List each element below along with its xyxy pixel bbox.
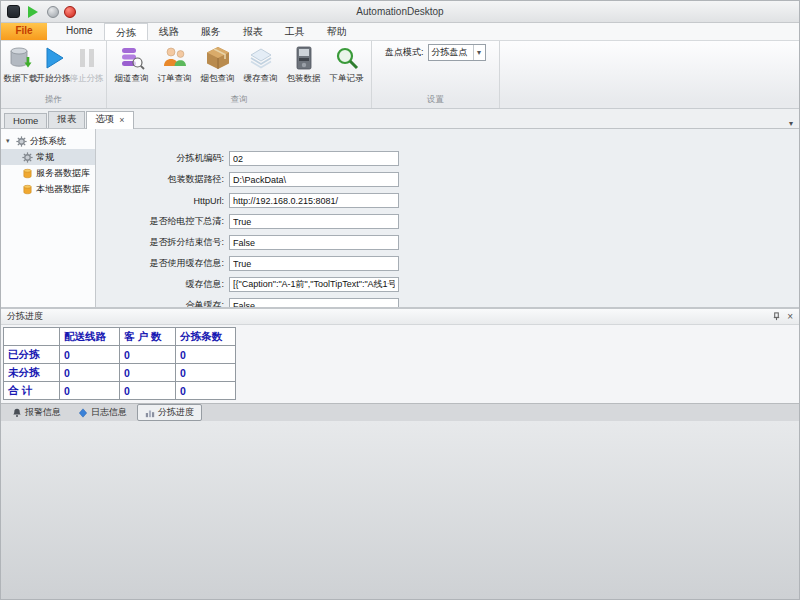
table-cell: 0: [60, 382, 120, 400]
order-record-label: 下单记录: [330, 73, 364, 85]
ribbon-tab-report[interactable]: 报表: [232, 23, 274, 40]
use-cache-info-input[interactable]: [229, 256, 399, 271]
cache-info-label: 缓存信息:: [112, 278, 224, 291]
bottom-tab-label: 日志信息: [91, 406, 127, 419]
settings-form: 分拣机编码:包装数据路径:HttpUrl:是否给电控下总清:是否拆分结束信号:是…: [96, 129, 799, 307]
ribbon: 数据下载开始分拣停止分拣操作烟道查询订单查询烟包查询缓存查询包装数据下单记录查询…: [1, 41, 799, 109]
ribbon-group-body: 盘点模式:分拣盘点▾: [372, 41, 499, 94]
progress-panel: 分拣进度 × 配送线路客 户 数分拣条数已分拣000未分拣000合 计000: [1, 307, 799, 403]
order-query-label: 订单查询: [158, 73, 192, 85]
doc-tab-report[interactable]: 报表: [48, 111, 85, 128]
table-header-cell: 客 户 数: [120, 328, 176, 346]
progress-icon: [145, 408, 155, 418]
table-header-cell: 分拣条数: [176, 328, 236, 346]
order-record-button[interactable]: 下单记录: [325, 44, 368, 85]
table-header-cell: [4, 328, 60, 346]
merge-order-cache-input[interactable]: [229, 298, 399, 307]
table-header-row: 配送线路客 户 数分拣条数: [4, 328, 236, 346]
chevron-down-icon[interactable]: ▾: [473, 45, 485, 60]
titlebar: AutomationDesktop: [1, 1, 799, 23]
tree-items: 常规服务器数据库本地器数据库: [1, 149, 95, 197]
data-download-button[interactable]: 数据下载: [4, 44, 37, 85]
bottom-tab-label: 分拣进度: [158, 406, 194, 419]
start-sorting-button[interactable]: 开始分拣: [37, 44, 70, 85]
ribbon-tab-bar: FileHome分拣线路服务报表工具帮助: [1, 23, 799, 41]
packing-data-button[interactable]: 包装数据: [282, 44, 325, 85]
form-row-http-url: HttpUrl:: [112, 193, 799, 208]
inventory-mode-select[interactable]: 分拣盘点▾: [428, 44, 486, 61]
window-title: AutomationDesktop: [1, 6, 799, 17]
ribbon-tab-service[interactable]: 服务: [190, 23, 232, 40]
database-icon: [22, 184, 33, 195]
use-cache-info-label: 是否使用缓存信息:: [112, 257, 224, 270]
table-row-label: 合 计: [4, 382, 60, 400]
send-total-to-plc-input[interactable]: [229, 214, 399, 229]
table-row: 未分拣000: [4, 364, 236, 382]
gear-icon: [16, 136, 27, 147]
doc-tab-options[interactable]: 选项×: [86, 111, 133, 129]
status-bar: [1, 421, 799, 599]
database-icon: [22, 168, 33, 179]
split-end-signal-input[interactable]: [229, 235, 399, 250]
cache-query-label: 缓存查询: [244, 73, 278, 85]
pack-data-path-label: 包装数据路径:: [112, 173, 224, 186]
machine-icon: [291, 45, 317, 71]
tree-item-server-database[interactable]: 服务器数据库: [1, 165, 95, 181]
group-caption: 设置: [372, 94, 499, 108]
close-icon[interactable]: ×: [787, 312, 793, 321]
ribbon-tab-home[interactable]: Home: [55, 23, 104, 40]
play-icon: [41, 45, 67, 71]
lane-query-button[interactable]: 烟道查询: [110, 44, 153, 85]
progress-table: 配送线路客 户 数分拣条数已分拣000未分拣000合 计000: [3, 327, 236, 400]
ribbon-tab-tools[interactable]: 工具: [274, 23, 316, 40]
http-url-label: HttpUrl:: [112, 196, 224, 206]
form-row-split-end-signal: 是否拆分结束信号:: [112, 235, 799, 250]
box-icon: [205, 45, 231, 71]
bottom-tab-sorting-progress[interactable]: 分拣进度: [137, 404, 202, 421]
table-header-cell: 配送线路: [60, 328, 120, 346]
bottom-tab-alarm-info[interactable]: 报警信息: [5, 405, 68, 420]
cache-info-input[interactable]: [229, 277, 399, 292]
doc-tab-home[interactable]: Home: [4, 113, 47, 128]
close-tab-icon[interactable]: ×: [119, 115, 124, 125]
ribbon-tab-file[interactable]: File: [1, 23, 47, 40]
pack-data-path-input[interactable]: [229, 172, 399, 187]
machine-code-input[interactable]: [229, 151, 399, 166]
pause-icon: [74, 45, 100, 71]
group-caption: 操作: [1, 94, 106, 108]
ribbon-tab-sorting[interactable]: 分拣: [104, 23, 148, 40]
ribbon-group-2: 盘点模式:分拣盘点▾设置: [372, 41, 500, 108]
tab-overflow-icon[interactable]: ▾: [789, 119, 795, 128]
ribbon-group-body: 烟道查询订单查询烟包查询缓存查询包装数据下单记录: [107, 41, 371, 94]
pin-icon[interactable]: [772, 312, 781, 321]
progress-panel-body: 配送线路客 户 数分拣条数已分拣000未分拣000合 计000: [1, 325, 799, 400]
bottom-tab-log-info[interactable]: 日志信息: [71, 405, 134, 420]
stop-sorting-button: 停止分拣: [70, 44, 103, 85]
alarm-icon: [12, 408, 22, 418]
pack-query-button[interactable]: 烟包查询: [196, 44, 239, 85]
http-url-input[interactable]: [229, 193, 399, 208]
tree-item-label: 服务器数据库: [36, 167, 90, 180]
packing-data-label: 包装数据: [287, 73, 321, 85]
inventory-mode-label: 盘点模式:: [385, 46, 424, 59]
tree-item-general[interactable]: 常规: [1, 149, 95, 165]
cache-query-button[interactable]: 缓存查询: [239, 44, 282, 85]
doc-tab-label: 报表: [57, 113, 76, 126]
ribbon-tab-route[interactable]: 线路: [148, 23, 190, 40]
tree-item-label: 常规: [36, 151, 54, 164]
tree-item-local-database[interactable]: 本地器数据库: [1, 181, 95, 197]
merge-order-cache-label: 合单缓存:: [112, 299, 224, 307]
lane-query-label: 烟道查询: [115, 73, 149, 85]
main-area: ▾ 分拣系统 常规服务器数据库本地器数据库 分拣机编码:包装数据路径:HttpU…: [1, 129, 799, 307]
doc-tab-label: Home: [13, 115, 38, 126]
tree-root-sorting-system[interactable]: ▾ 分拣系统: [1, 133, 95, 149]
table-cell: 0: [120, 364, 176, 382]
table-cell: 0: [176, 364, 236, 382]
ribbon-tab-help[interactable]: 帮助: [316, 23, 358, 40]
expander-icon[interactable]: ▾: [6, 137, 13, 145]
order-query-button[interactable]: 订单查询: [153, 44, 196, 85]
table-cell: 0: [176, 382, 236, 400]
stop-sorting-label: 停止分拣: [70, 73, 104, 85]
tree-root-label: 分拣系统: [30, 135, 66, 148]
table-cell: 0: [60, 364, 120, 382]
